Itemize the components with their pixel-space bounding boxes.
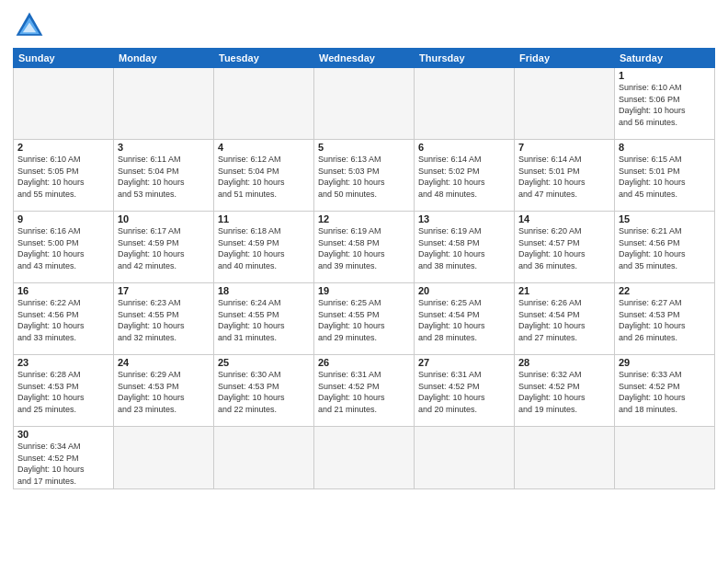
calendar-cell: 14Sunrise: 6:20 AM Sunset: 4:57 PM Dayli… — [515, 212, 615, 283]
calendar-cell: 20Sunrise: 6:25 AM Sunset: 4:54 PM Dayli… — [415, 283, 515, 355]
day-number: 7 — [518, 142, 610, 153]
calendar-cell: 2Sunrise: 6:10 AM Sunset: 5:05 PM Daylig… — [14, 140, 114, 212]
weekday-header-tuesday: Tuesday — [214, 49, 314, 68]
calendar-cell — [415, 68, 515, 140]
day-number: 6 — [418, 142, 510, 153]
day-number: 9 — [17, 213, 109, 224]
calendar-cell: 15Sunrise: 6:21 AM Sunset: 4:56 PM Dayli… — [615, 212, 715, 283]
day-number: 12 — [318, 213, 410, 224]
calendar-week-row: 23Sunrise: 6:28 AM Sunset: 4:53 PM Dayli… — [14, 355, 715, 427]
calendar-cell — [214, 427, 314, 489]
day-info: Sunrise: 6:13 AM Sunset: 5:03 PM Dayligh… — [318, 154, 410, 200]
day-number: 26 — [318, 357, 410, 368]
day-info: Sunrise: 6:27 AM Sunset: 4:53 PM Dayligh… — [619, 297, 711, 343]
calendar-cell: 8Sunrise: 6:15 AM Sunset: 5:01 PM Daylig… — [615, 140, 715, 212]
calendar-cell: 26Sunrise: 6:31 AM Sunset: 4:52 PM Dayli… — [314, 355, 415, 427]
calendar-cell — [14, 68, 114, 140]
day-info: Sunrise: 6:10 AM Sunset: 5:05 PM Dayligh… — [17, 154, 109, 200]
calendar-week-row: 9Sunrise: 6:16 AM Sunset: 5:00 PM Daylig… — [14, 212, 715, 283]
day-number: 1 — [619, 70, 711, 81]
day-info: Sunrise: 6:16 AM Sunset: 5:00 PM Dayligh… — [17, 225, 109, 271]
calendar-week-row: 16Sunrise: 6:22 AM Sunset: 4:56 PM Dayli… — [14, 283, 715, 355]
day-number: 18 — [218, 285, 310, 296]
day-info: Sunrise: 6:29 AM Sunset: 4:53 PM Dayligh… — [118, 369, 210, 415]
calendar-cell: 19Sunrise: 6:25 AM Sunset: 4:55 PM Dayli… — [314, 283, 415, 355]
day-number: 25 — [218, 357, 310, 368]
day-info: Sunrise: 6:19 AM Sunset: 4:58 PM Dayligh… — [418, 225, 510, 271]
day-info: Sunrise: 6:21 AM Sunset: 4:56 PM Dayligh… — [619, 225, 711, 271]
calendar-cell: 12Sunrise: 6:19 AM Sunset: 4:58 PM Dayli… — [314, 212, 415, 283]
calendar-cell: 28Sunrise: 6:32 AM Sunset: 4:52 PM Dayli… — [515, 355, 615, 427]
calendar-cell: 16Sunrise: 6:22 AM Sunset: 4:56 PM Dayli… — [14, 283, 114, 355]
calendar-cell — [615, 427, 715, 489]
calendar-cell: 13Sunrise: 6:19 AM Sunset: 4:58 PM Dayli… — [415, 212, 515, 283]
day-number: 5 — [318, 142, 410, 153]
day-number: 28 — [518, 357, 610, 368]
day-number: 23 — [17, 357, 109, 368]
day-info: Sunrise: 6:28 AM Sunset: 4:53 PM Dayligh… — [17, 369, 109, 415]
day-info: Sunrise: 6:20 AM Sunset: 4:57 PM Dayligh… — [518, 225, 610, 271]
weekday-header-row: SundayMondayTuesdayWednesdayThursdayFrid… — [14, 49, 715, 68]
day-info: Sunrise: 6:14 AM Sunset: 5:01 PM Dayligh… — [518, 154, 610, 200]
day-info: Sunrise: 6:31 AM Sunset: 4:52 PM Dayligh… — [418, 369, 510, 415]
day-number: 11 — [218, 213, 310, 224]
weekday-header-saturday: Saturday — [615, 49, 715, 68]
day-info: Sunrise: 6:26 AM Sunset: 4:54 PM Dayligh… — [518, 297, 610, 343]
calendar-cell — [515, 68, 615, 140]
calendar-cell: 21Sunrise: 6:26 AM Sunset: 4:54 PM Dayli… — [515, 283, 615, 355]
header — [13, 9, 715, 42]
calendar-cell: 4Sunrise: 6:12 AM Sunset: 5:04 PM Daylig… — [214, 140, 314, 212]
calendar-cell: 10Sunrise: 6:17 AM Sunset: 4:59 PM Dayli… — [114, 212, 214, 283]
calendar-cell — [314, 427, 415, 489]
day-number: 3 — [118, 142, 210, 153]
day-number: 16 — [17, 285, 109, 296]
day-info: Sunrise: 6:34 AM Sunset: 4:52 PM Dayligh… — [17, 441, 109, 487]
calendar-cell: 23Sunrise: 6:28 AM Sunset: 4:53 PM Dayli… — [14, 355, 114, 427]
calendar-cell: 18Sunrise: 6:24 AM Sunset: 4:55 PM Dayli… — [214, 283, 314, 355]
calendar-week-row: 30Sunrise: 6:34 AM Sunset: 4:52 PM Dayli… — [14, 427, 715, 489]
day-info: Sunrise: 6:19 AM Sunset: 4:58 PM Dayligh… — [318, 225, 410, 271]
day-number: 30 — [17, 429, 109, 440]
weekday-header-sunday: Sunday — [14, 49, 114, 68]
logo-icon — [13, 9, 46, 42]
calendar-week-row: 2Sunrise: 6:10 AM Sunset: 5:05 PM Daylig… — [14, 140, 715, 212]
calendar-cell: 29Sunrise: 6:33 AM Sunset: 4:52 PM Dayli… — [615, 355, 715, 427]
calendar-cell: 30Sunrise: 6:34 AM Sunset: 4:52 PM Dayli… — [14, 427, 114, 489]
day-info: Sunrise: 6:25 AM Sunset: 4:55 PM Dayligh… — [318, 297, 410, 343]
day-number: 13 — [418, 213, 510, 224]
day-info: Sunrise: 6:12 AM Sunset: 5:04 PM Dayligh… — [218, 154, 310, 200]
calendar-cell: 6Sunrise: 6:14 AM Sunset: 5:02 PM Daylig… — [415, 140, 515, 212]
day-number: 14 — [518, 213, 610, 224]
calendar-cell: 17Sunrise: 6:23 AM Sunset: 4:55 PM Dayli… — [114, 283, 214, 355]
calendar-cell: 3Sunrise: 6:11 AM Sunset: 5:04 PM Daylig… — [114, 140, 214, 212]
day-info: Sunrise: 6:32 AM Sunset: 4:52 PM Dayligh… — [518, 369, 610, 415]
calendar-cell: 25Sunrise: 6:30 AM Sunset: 4:53 PM Dayli… — [214, 355, 314, 427]
day-number: 19 — [318, 285, 410, 296]
day-info: Sunrise: 6:24 AM Sunset: 4:55 PM Dayligh… — [218, 297, 310, 343]
calendar-cell: 9Sunrise: 6:16 AM Sunset: 5:00 PM Daylig… — [14, 212, 114, 283]
calendar-cell — [314, 68, 415, 140]
calendar-cell — [114, 68, 214, 140]
calendar-week-row: 1Sunrise: 6:10 AM Sunset: 5:06 PM Daylig… — [14, 68, 715, 140]
day-number: 24 — [118, 357, 210, 368]
calendar-cell: 27Sunrise: 6:31 AM Sunset: 4:52 PM Dayli… — [415, 355, 515, 427]
day-info: Sunrise: 6:14 AM Sunset: 5:02 PM Dayligh… — [418, 154, 510, 200]
day-info: Sunrise: 6:30 AM Sunset: 4:53 PM Dayligh… — [218, 369, 310, 415]
day-number: 8 — [619, 142, 711, 153]
calendar-cell: 7Sunrise: 6:14 AM Sunset: 5:01 PM Daylig… — [515, 140, 615, 212]
calendar-cell — [114, 427, 214, 489]
day-info: Sunrise: 6:31 AM Sunset: 4:52 PM Dayligh… — [318, 369, 410, 415]
day-number: 27 — [418, 357, 510, 368]
day-number: 20 — [418, 285, 510, 296]
day-info: Sunrise: 6:25 AM Sunset: 4:54 PM Dayligh… — [418, 297, 510, 343]
weekday-header-wednesday: Wednesday — [314, 49, 415, 68]
day-number: 10 — [118, 213, 210, 224]
calendar-cell: 5Sunrise: 6:13 AM Sunset: 5:03 PM Daylig… — [314, 140, 415, 212]
day-info: Sunrise: 6:18 AM Sunset: 4:59 PM Dayligh… — [218, 225, 310, 271]
day-number: 22 — [619, 285, 711, 296]
calendar-cell: 22Sunrise: 6:27 AM Sunset: 4:53 PM Dayli… — [615, 283, 715, 355]
day-number: 21 — [518, 285, 610, 296]
day-number: 15 — [619, 213, 711, 224]
logo — [13, 9, 50, 42]
page: SundayMondayTuesdayWednesdayThursdayFrid… — [0, 0, 728, 563]
